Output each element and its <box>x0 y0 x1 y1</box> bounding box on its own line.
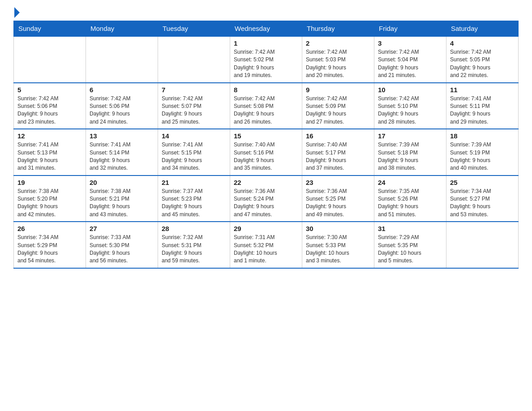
calendar-table: SundayMondayTuesdayWednesdayThursdayFrid… <box>13 21 519 269</box>
calendar-cell: 10Sunrise: 7:42 AM Sunset: 5:10 PM Dayli… <box>374 83 446 129</box>
calendar-week-row: 1Sunrise: 7:42 AM Sunset: 5:02 PM Daylig… <box>14 36 519 83</box>
day-number: 1 <box>234 39 298 47</box>
logo-arrow-icon <box>14 7 20 18</box>
day-number: 18 <box>450 132 515 140</box>
calendar-cell: 24Sunrise: 7:35 AM Sunset: 5:26 PM Dayli… <box>374 176 446 222</box>
day-number: 24 <box>378 179 442 186</box>
day-number: 27 <box>90 225 154 232</box>
day-number: 23 <box>306 179 370 186</box>
calendar-cell: 21Sunrise: 7:37 AM Sunset: 5:23 PM Dayli… <box>158 176 230 222</box>
day-number: 12 <box>17 132 82 140</box>
day-info: Sunrise: 7:42 AM Sunset: 5:06 PM Dayligh… <box>90 95 154 126</box>
day-info: Sunrise: 7:40 AM Sunset: 5:16 PM Dayligh… <box>234 141 298 172</box>
day-info: Sunrise: 7:42 AM Sunset: 5:09 PM Dayligh… <box>306 95 370 126</box>
calendar-cell: 3Sunrise: 7:42 AM Sunset: 5:04 PM Daylig… <box>374 36 446 83</box>
logo <box>13 9 20 16</box>
calendar-cell: 13Sunrise: 7:41 AM Sunset: 5:14 PM Dayli… <box>86 129 158 176</box>
day-info: Sunrise: 7:31 AM Sunset: 5:32 PM Dayligh… <box>234 234 298 265</box>
day-number: 16 <box>306 132 370 140</box>
calendar-cell: 18Sunrise: 7:39 AM Sunset: 5:19 PM Dayli… <box>446 129 519 176</box>
day-number: 19 <box>17 179 82 186</box>
day-info: Sunrise: 7:42 AM Sunset: 5:02 PM Dayligh… <box>234 48 298 80</box>
calendar-cell: 15Sunrise: 7:40 AM Sunset: 5:16 PM Dayli… <box>230 129 302 176</box>
day-info: Sunrise: 7:41 AM Sunset: 5:15 PM Dayligh… <box>162 141 226 172</box>
day-number: 7 <box>162 86 226 94</box>
day-info: Sunrise: 7:42 AM Sunset: 5:06 PM Dayligh… <box>17 95 82 126</box>
day-number: 13 <box>90 132 154 140</box>
day-info: Sunrise: 7:42 AM Sunset: 5:05 PM Dayligh… <box>450 48 515 80</box>
day-info: Sunrise: 7:34 AM Sunset: 5:29 PM Dayligh… <box>17 234 82 265</box>
day-info: Sunrise: 7:42 AM Sunset: 5:03 PM Dayligh… <box>306 48 370 80</box>
weekday-header-friday: Friday <box>374 21 446 37</box>
day-info: Sunrise: 7:42 AM Sunset: 5:08 PM Dayligh… <box>234 95 298 126</box>
day-number: 9 <box>306 86 370 94</box>
day-info: Sunrise: 7:33 AM Sunset: 5:30 PM Dayligh… <box>90 234 154 265</box>
calendar-cell: 2Sunrise: 7:42 AM Sunset: 5:03 PM Daylig… <box>302 36 374 83</box>
calendar-cell: 11Sunrise: 7:41 AM Sunset: 5:11 PM Dayli… <box>446 83 519 129</box>
day-info: Sunrise: 7:36 AM Sunset: 5:24 PM Dayligh… <box>234 188 298 219</box>
day-info: Sunrise: 7:39 AM Sunset: 5:18 PM Dayligh… <box>378 141 442 172</box>
day-number: 25 <box>450 179 515 186</box>
calendar-cell: 9Sunrise: 7:42 AM Sunset: 5:09 PM Daylig… <box>302 83 374 129</box>
page-header <box>13 9 519 16</box>
calendar-cell <box>446 222 519 268</box>
day-number: 2 <box>306 39 370 47</box>
day-info: Sunrise: 7:42 AM Sunset: 5:04 PM Dayligh… <box>378 48 442 80</box>
calendar-cell: 6Sunrise: 7:42 AM Sunset: 5:06 PM Daylig… <box>86 83 158 129</box>
calendar-cell: 25Sunrise: 7:34 AM Sunset: 5:27 PM Dayli… <box>446 176 519 222</box>
calendar-cell: 8Sunrise: 7:42 AM Sunset: 5:08 PM Daylig… <box>230 83 302 129</box>
day-number: 4 <box>450 39 515 47</box>
calendar-cell: 14Sunrise: 7:41 AM Sunset: 5:15 PM Dayli… <box>158 129 230 176</box>
weekday-header-monday: Monday <box>86 21 158 37</box>
day-info: Sunrise: 7:34 AM Sunset: 5:27 PM Dayligh… <box>450 188 515 219</box>
day-number: 6 <box>90 86 154 94</box>
calendar-cell: 12Sunrise: 7:41 AM Sunset: 5:13 PM Dayli… <box>14 129 86 176</box>
calendar-cell <box>14 36 86 83</box>
day-number: 5 <box>17 86 82 94</box>
calendar-week-row: 19Sunrise: 7:38 AM Sunset: 5:20 PM Dayli… <box>14 176 519 222</box>
calendar-week-row: 5Sunrise: 7:42 AM Sunset: 5:06 PM Daylig… <box>14 83 519 129</box>
day-info: Sunrise: 7:36 AM Sunset: 5:25 PM Dayligh… <box>306 188 370 219</box>
calendar-cell: 4Sunrise: 7:42 AM Sunset: 5:05 PM Daylig… <box>446 36 519 83</box>
calendar-cell: 30Sunrise: 7:30 AM Sunset: 5:33 PM Dayli… <box>302 222 374 268</box>
calendar-cell: 28Sunrise: 7:32 AM Sunset: 5:31 PM Dayli… <box>158 222 230 268</box>
weekday-header-sunday: Sunday <box>14 21 86 37</box>
calendar-week-row: 12Sunrise: 7:41 AM Sunset: 5:13 PM Dayli… <box>14 129 519 176</box>
day-info: Sunrise: 7:38 AM Sunset: 5:21 PM Dayligh… <box>90 188 154 219</box>
weekday-header-tuesday: Tuesday <box>158 21 230 37</box>
day-info: Sunrise: 7:37 AM Sunset: 5:23 PM Dayligh… <box>162 188 226 219</box>
calendar-cell: 1Sunrise: 7:42 AM Sunset: 5:02 PM Daylig… <box>230 36 302 83</box>
day-number: 8 <box>234 86 298 94</box>
calendar-cell <box>86 36 158 83</box>
day-number: 31 <box>378 225 442 232</box>
weekday-header-wednesday: Wednesday <box>230 21 302 37</box>
day-number: 20 <box>90 179 154 186</box>
day-info: Sunrise: 7:41 AM Sunset: 5:14 PM Dayligh… <box>90 141 154 172</box>
calendar-cell: 22Sunrise: 7:36 AM Sunset: 5:24 PM Dayli… <box>230 176 302 222</box>
weekday-header-thursday: Thursday <box>302 21 374 37</box>
calendar-week-row: 26Sunrise: 7:34 AM Sunset: 5:29 PM Dayli… <box>14 222 519 268</box>
calendar-cell: 23Sunrise: 7:36 AM Sunset: 5:25 PM Dayli… <box>302 176 374 222</box>
calendar-cell: 5Sunrise: 7:42 AM Sunset: 5:06 PM Daylig… <box>14 83 86 129</box>
day-info: Sunrise: 7:41 AM Sunset: 5:11 PM Dayligh… <box>450 95 515 126</box>
day-info: Sunrise: 7:29 AM Sunset: 5:35 PM Dayligh… <box>378 234 442 265</box>
calendar-cell: 31Sunrise: 7:29 AM Sunset: 5:35 PM Dayli… <box>374 222 446 268</box>
calendar-cell: 29Sunrise: 7:31 AM Sunset: 5:32 PM Dayli… <box>230 222 302 268</box>
day-info: Sunrise: 7:42 AM Sunset: 5:07 PM Dayligh… <box>162 95 226 126</box>
day-number: 29 <box>234 225 298 232</box>
calendar-cell: 27Sunrise: 7:33 AM Sunset: 5:30 PM Dayli… <box>86 222 158 268</box>
day-info: Sunrise: 7:32 AM Sunset: 5:31 PM Dayligh… <box>162 234 226 265</box>
day-number: 21 <box>162 179 226 186</box>
day-number: 3 <box>378 39 442 47</box>
day-number: 28 <box>162 225 226 232</box>
calendar-cell: 17Sunrise: 7:39 AM Sunset: 5:18 PM Dayli… <box>374 129 446 176</box>
day-number: 22 <box>234 179 298 186</box>
day-number: 17 <box>378 132 442 140</box>
day-number: 26 <box>17 225 82 232</box>
calendar-header-row: SundayMondayTuesdayWednesdayThursdayFrid… <box>14 21 519 37</box>
calendar-cell: 16Sunrise: 7:40 AM Sunset: 5:17 PM Dayli… <box>302 129 374 176</box>
day-info: Sunrise: 7:39 AM Sunset: 5:19 PM Dayligh… <box>450 141 515 172</box>
day-number: 10 <box>378 86 442 94</box>
day-info: Sunrise: 7:30 AM Sunset: 5:33 PM Dayligh… <box>306 234 370 265</box>
day-number: 15 <box>234 132 298 140</box>
